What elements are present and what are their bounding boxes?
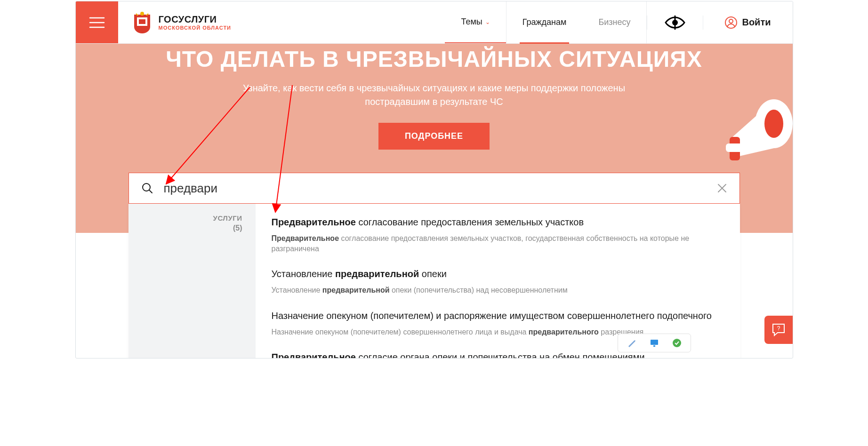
nav-themes[interactable]: Темы ⌄ — [445, 1, 506, 43]
svg-point-6 — [764, 110, 783, 138]
header: ГОСУСЛУГИ МОСКОВСКОЙ ОБЛАСТИ Темы ⌄ Граж… — [76, 1, 793, 44]
tool-tray — [618, 334, 691, 352]
result-item[interactable]: Установление предварительной опеки Устан… — [272, 264, 724, 306]
result-title-text: согласование предоставления земельных уч… — [356, 217, 584, 227]
result-title-text: Назначение опекуном (попечителем) и расп… — [272, 311, 712, 321]
coat-of-arms-icon — [132, 11, 152, 34]
results-count: (5) — [142, 224, 242, 232]
result-desc-highlight: Предварительное — [272, 234, 339, 242]
chat-icon: ? — [771, 322, 786, 337]
result-desc-text: Назначение опекуном (попечителем) соверш… — [272, 328, 529, 336]
results-category: УСЛУГИ — [142, 214, 242, 222]
hero-cta-button[interactable]: ПОДРОБНЕЕ — [378, 123, 490, 150]
chevron-down-icon: ⌄ — [485, 19, 490, 25]
result-title-highlight: Предварительное — [272, 352, 356, 358]
svg-point-4 — [729, 19, 733, 23]
search-input[interactable] — [153, 181, 717, 196]
nav-citizens-label: Гражданам — [522, 17, 567, 27]
result-desc-text: опеки (попечительства) над несовершеннол… — [390, 286, 568, 294]
logo[interactable]: ГОСУСЛУГИ МОСКОВСКОЙ ОБЛАСТИ — [118, 1, 232, 43]
hero-subtitle: Узнайте, как вести себя в чрезвычайных с… — [241, 81, 627, 109]
result-title-text: опеки — [419, 269, 447, 279]
results-sidebar: УСЛУГИ (5) — [129, 203, 256, 358]
chat-button[interactable]: ? — [764, 316, 793, 344]
monitor-icon[interactable] — [649, 338, 659, 348]
svg-text:?: ? — [777, 325, 780, 332]
feather-icon[interactable] — [627, 338, 637, 348]
nav-business-label: Бизнесу — [598, 17, 630, 27]
result-item[interactable]: Предварительное согласование предоставле… — [272, 212, 724, 264]
site-title: ГОСУСЛУГИ — [159, 14, 232, 25]
login-button[interactable]: Войти — [703, 16, 792, 29]
svg-rect-13 — [653, 345, 655, 347]
result-desc-highlight: предварительной — [322, 286, 390, 294]
result-desc-text: Установление — [272, 286, 322, 294]
site-title-block: ГОСУСЛУГИ МОСКОВСКОЙ ОБЛАСТИ — [159, 14, 232, 31]
nav-business[interactable]: Бизнесу — [582, 1, 647, 43]
menu-button[interactable] — [76, 1, 118, 43]
search-panel — [129, 173, 740, 204]
result-title-text: согласие органа опеки и попечительства н… — [356, 352, 645, 358]
hero-title: ЧТО ДЕЛАТЬ В ЧРЕЗВЫЧАЙНЫХ СИТУАЦИЯХ — [76, 48, 793, 71]
svg-rect-8 — [726, 143, 745, 152]
result-title-text: Установление — [272, 269, 335, 279]
result-title-highlight: Предварительное — [272, 217, 356, 227]
login-label: Войти — [742, 17, 771, 28]
svg-rect-12 — [651, 340, 658, 345]
svg-point-1 — [140, 12, 144, 16]
eye-icon — [665, 16, 685, 30]
check-circle-icon[interactable] — [672, 338, 682, 348]
accessibility-button[interactable] — [647, 16, 703, 30]
hamburger-icon — [89, 16, 105, 29]
user-icon — [725, 16, 737, 29]
site-subtitle: МОСКОВСКОЙ ОБЛАСТИ — [159, 25, 232, 31]
result-title-highlight: предварительной — [335, 269, 419, 279]
search-icon — [141, 182, 153, 194]
result-desc-highlight: предварительного — [529, 328, 599, 336]
nav-citizens[interactable]: Гражданам — [506, 1, 583, 43]
megaphone-icon — [703, 81, 793, 180]
nav-themes-label: Темы — [461, 17, 482, 27]
close-icon[interactable] — [717, 183, 727, 193]
top-nav: Темы ⌄ Гражданам Бизнесу Войти — [445, 1, 792, 43]
svg-point-14 — [673, 339, 681, 347]
